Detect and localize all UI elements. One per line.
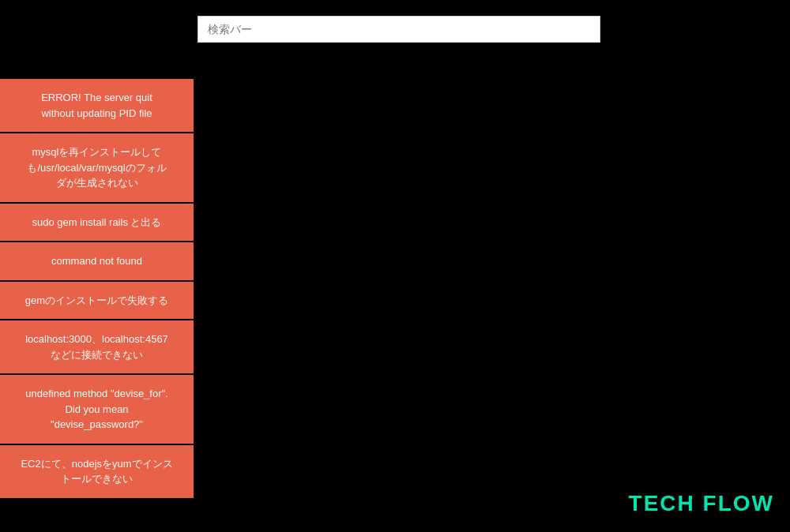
sidebar-item-7[interactable]: EC2にて、nodejsをyumでインストールできない <box>0 445 194 500</box>
search-input[interactable] <box>198 16 600 43</box>
search-bar-container <box>198 16 600 43</box>
sidebar-item-3[interactable]: command not found <box>0 242 194 282</box>
brand-label: TECH FLOW <box>629 491 774 516</box>
sidebar-item-0[interactable]: ERROR! The server quitwithout updating P… <box>0 79 194 133</box>
sidebar-item-5[interactable]: localhost:3000、localhost:4567などに接続できない <box>0 320 194 375</box>
sidebar-item-4[interactable]: gemのインストールで失敗する <box>0 282 194 321</box>
sidebar-item-1[interactable]: mysqlを再インストールしても/usr/local/var/mysqlのフォル… <box>0 133 194 204</box>
sidebar-item-6[interactable]: undefined method "devise_for".Did you me… <box>0 375 194 445</box>
sidebar-item-2[interactable]: sudo gem install rails と出る <box>0 204 194 243</box>
sidebar: ERROR! The server quitwithout updating P… <box>0 79 194 500</box>
